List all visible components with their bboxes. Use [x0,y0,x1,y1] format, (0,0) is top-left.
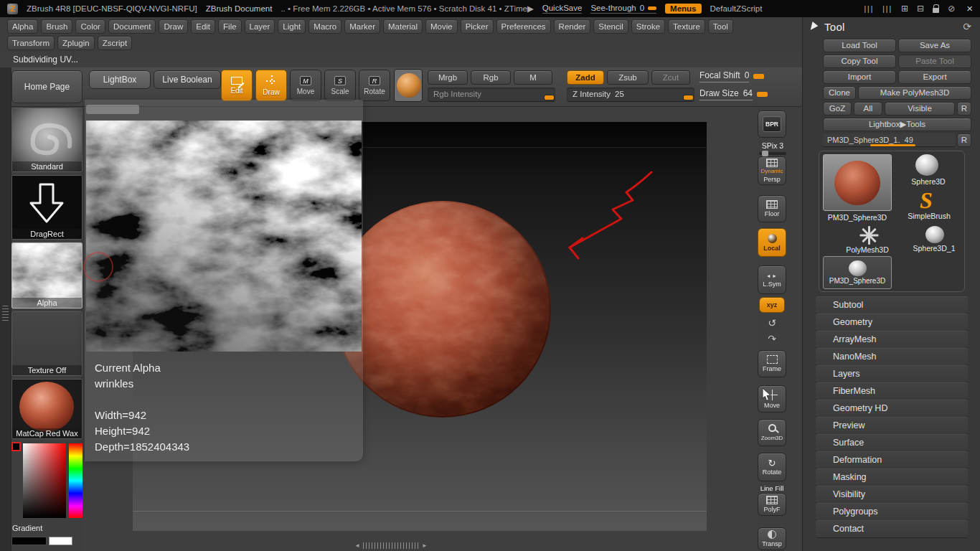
slider-r-button[interactable]: R [957,133,971,147]
goz-r-button[interactable]: R [957,102,971,116]
draw-mode-button[interactable]: Draw [255,70,287,101]
transp-button[interactable]: Transp [758,527,786,550]
mrgb-button[interactable]: Mrgb [428,70,468,85]
current-texture-cell[interactable]: Texture Off [11,311,83,376]
section-nanomesh[interactable]: NanoMesh [816,348,968,365]
spix-slider[interactable]: SPix 3 [755,141,790,155]
current-brush-cell[interactable]: Standard [11,108,83,172]
lightbox-button[interactable]: LightBox [89,70,151,89]
spix-handle[interactable] [762,151,768,156]
pm3d-sphere-thumb[interactable]: PM3D_Sphere3D [823,256,892,289]
menu-alpha[interactable]: Alpha [7,19,38,34]
section-geometry[interactable]: Geometry [816,314,968,331]
primary-color-swatch[interactable] [11,537,47,545]
lock-icon[interactable] [933,8,939,13]
menu-picker[interactable]: Picker [461,19,494,34]
window-stack-icon[interactable]: ⊟ [917,4,924,14]
section-fibermesh[interactable]: FiberMesh [816,382,968,400]
zadd-button[interactable]: Zadd [567,70,604,85]
move-mode-button[interactable]: M Move [290,70,321,101]
edit-mode-button[interactable]: Edit [221,70,253,101]
xyz-axis-button[interactable]: xyz [759,297,785,313]
current-stroke-cell[interactable]: DragRect [11,175,83,240]
export-button[interactable]: Export [898,70,971,84]
z-intensity-handle[interactable] [684,95,693,100]
section-geometry-hd[interactable]: Geometry HD [816,400,968,417]
dynamic-persp-button[interactable]: Dynamic Persp [758,156,786,185]
menu-material[interactable]: Material [383,19,423,34]
color-picker-cell[interactable]: Gradient [11,442,83,545]
hue-bar[interactable] [69,443,83,518]
rgb-intensity-slider[interactable]: Rgb Intensity [428,88,555,102]
make-polymesh3d-button[interactable]: Make PolyMesh3D [858,86,971,100]
current-alpha-cell[interactable]: Alpha [11,242,83,309]
section-layers[interactable]: Layers [816,365,968,382]
add-window-icon[interactable]: ⊞ [901,4,908,14]
color-picker[interactable] [11,442,83,522]
orbit-arc-icon-button[interactable]: ↷ [758,331,786,346]
menu-macro[interactable]: Macro [308,19,341,34]
section-preview[interactable]: Preview [816,417,968,434]
polyf-button[interactable]: PolyF [758,493,786,516]
menu-render[interactable]: Render [554,19,591,34]
menu-edit[interactable]: Edit [191,19,215,34]
section-surface[interactable]: Surface [816,434,968,451]
rotate-mode-button[interactable]: R Rotate [359,70,390,101]
menu-stencil[interactable]: Stencil [593,19,628,34]
tool-palette-header[interactable]: Tool ⟳ [803,17,980,36]
z-intensity-slider[interactable]: Z Intensity25 [567,88,694,102]
see-through-slider[interactable]: See-through 0 [590,4,656,14]
menu-zplugin[interactable]: Zplugin [57,36,95,50]
goz-visible-button[interactable]: Visible [885,102,955,116]
rotate-tool-button[interactable]: ↻ Rotate [758,453,786,481]
sphere3d-1-icon[interactable] [925,226,944,243]
zoom3d-button[interactable]: Zoom3D [758,419,786,446]
menu-transform[interactable]: Transform [7,36,55,50]
draw-size-slider[interactable]: Draw Size64 [699,88,793,100]
menu-zscript[interactable]: Zscript [98,36,133,50]
m-button[interactable]: M [514,70,552,85]
simplebrush-icon[interactable]: S [920,190,933,210]
current-material-cell[interactable]: MatCap Red Wax [11,379,83,439]
sculpt-sphere-model[interactable] [334,201,551,418]
menu-file[interactable]: File [218,19,242,34]
see-through-handle[interactable] [648,6,656,10]
menu-light[interactable]: Light [278,19,306,34]
menu-document[interactable]: Document [108,19,156,34]
current-color-swatch[interactable] [11,442,21,451]
menu-brush[interactable]: Brush [41,19,72,34]
section-deformation[interactable]: Deformation [816,451,968,468]
menu-tool[interactable]: Tool [708,19,733,34]
mixer-icon[interactable]: ||| [864,5,874,13]
active-tool-thumb[interactable] [823,154,892,211]
draw-size-handle[interactable] [757,92,768,97]
lsym-button[interactable]: ◂ ▸ L.Sym [758,265,786,294]
restore-configuration-icon[interactable]: ⟳ [963,21,971,32]
menu-movie[interactable]: Movie [425,19,458,34]
quicksave-button[interactable]: QuickSave [542,4,583,14]
canvas-h-scrollbar[interactable]: ◄ ► [354,542,428,550]
polymesh3d-star-icon[interactable] [859,226,878,245]
save-as-button[interactable]: Save As [898,39,971,52]
menu-color[interactable]: Color [75,19,105,34]
rgb-intensity-handle[interactable] [545,95,554,100]
menus-button[interactable]: Menus [665,4,701,14]
scroll-right-icon[interactable]: ► [422,542,428,549]
copy-tool-button[interactable]: Copy Tool [823,55,896,68]
focal-shift-slider[interactable]: Focal Shift0 [699,70,793,83]
rgb-button[interactable]: Rgb [471,70,511,85]
clone-button[interactable]: Clone [823,86,856,100]
close-icon[interactable]: × [966,4,973,14]
section-subtool[interactable]: Subtool [816,296,968,314]
active-tool-slider[interactable]: PM3D_Sphere3D_1. 49 [823,133,955,147]
sphere3d-icon[interactable] [915,154,938,176]
section-arraymesh[interactable]: ArrayMesh [816,331,968,348]
section-contact[interactable]: Contact [816,520,968,537]
current-material-thumb[interactable] [394,69,423,102]
bpr-button[interactable]: BPR [758,110,786,138]
lightbox-tools-button[interactable]: Lightbox▶Tools [823,118,971,131]
frame-button[interactable]: Frame [758,350,786,377]
default-zscript-button[interactable]: DefaultZScript [710,4,763,13]
load-tool-button[interactable]: Load Tool [823,39,896,52]
saturation-value-square[interactable] [23,443,66,518]
